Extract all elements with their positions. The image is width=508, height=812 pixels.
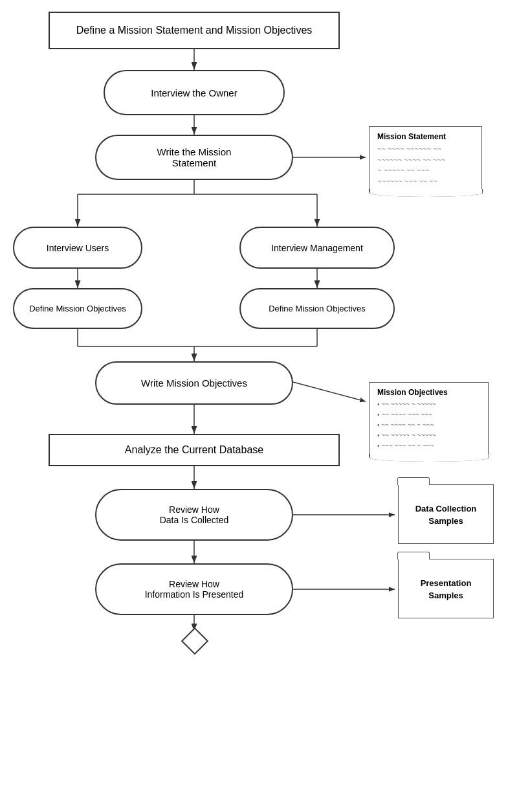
data-collection-folder: Data Collection Samples bbox=[398, 484, 494, 544]
write-mission-statement-node: Write the Mission Statement bbox=[95, 135, 293, 180]
analyze-database-node: Analyze the Current Database bbox=[49, 434, 340, 466]
define-mission-node: Define a Mission Statement and Mission O… bbox=[49, 12, 340, 49]
interview-owner-node: Interview the Owner bbox=[104, 70, 285, 115]
folder-tab bbox=[397, 477, 430, 485]
interview-management-node: Interview Management bbox=[239, 227, 395, 269]
folder-tab-2 bbox=[397, 552, 430, 559]
write-mission-objectives-node: Write Mission Objectives bbox=[95, 361, 293, 405]
svg-line-20 bbox=[293, 382, 366, 401]
flowchart: Define a Mission Statement and Mission O… bbox=[0, 0, 508, 812]
mission-statement-doc: Mission Statement ~~ ~~~~ ~~~~~~ ~~ ~~~~… bbox=[369, 126, 482, 192]
review-info-node: Review How Information Is Presented bbox=[95, 563, 293, 615]
define-objectives-left-node: Define Mission Objectives bbox=[13, 288, 142, 329]
presentation-folder: Presentation Samples bbox=[398, 559, 494, 618]
mission-objectives-doc: Mission Objectives • ~~ ~~~~~ ~ ~~~~~ • … bbox=[369, 382, 489, 457]
review-data-node: Review How Data Is Collected bbox=[95, 489, 293, 541]
define-objectives-right-node: Define Mission Objectives bbox=[239, 288, 395, 329]
end-diamond bbox=[181, 627, 208, 655]
interview-users-node: Interview Users bbox=[13, 227, 142, 269]
